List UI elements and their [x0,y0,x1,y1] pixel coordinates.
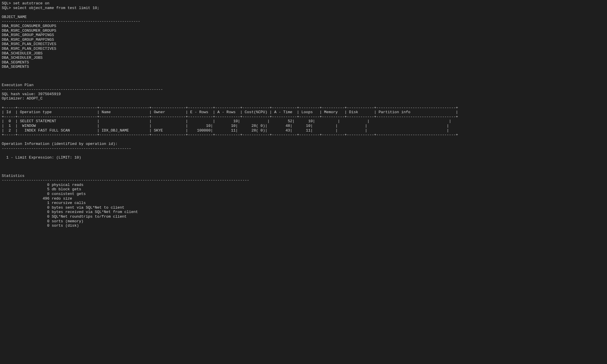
sql-terminal-output: SQL> set autotrace on SQL> select object… [0,0,607,229]
